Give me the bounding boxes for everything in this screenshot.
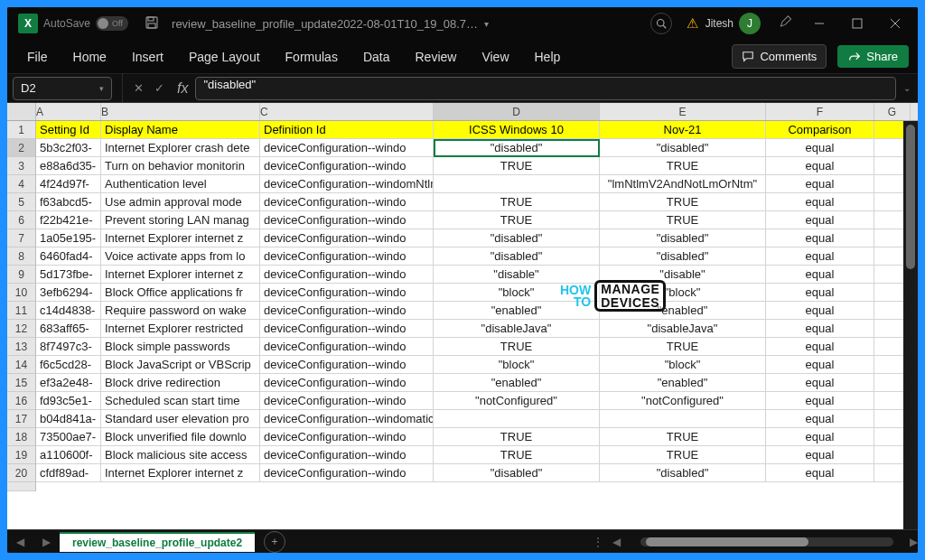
cell-B17[interactable]: Standard user elevation pro [101,410,260,428]
cell-C18[interactable]: deviceConfiguration--windo [260,428,434,446]
cell-E7[interactable]: "disabled" [600,229,766,247]
cell-B2[interactable]: Internet Explorer crash dete [101,139,260,157]
row-header[interactable]: 20 [7,464,36,482]
cell-C10[interactable]: deviceConfiguration--windo [260,284,434,302]
cell-D4[interactable] [434,175,600,193]
cell-E11[interactable]: "enabled" [600,302,766,320]
close-button[interactable] [876,7,914,40]
cell-E3[interactable]: TRUE [600,157,766,175]
cell-C9[interactable]: deviceConfiguration--windo [260,266,434,284]
cell-F5[interactable]: equal [766,193,874,211]
cell-B13[interactable]: Block simple passwords [101,338,260,356]
cell-A5[interactable]: f63abcd5- [36,193,101,211]
cell-A9[interactable]: 5d173fbe- [36,266,101,284]
cell-D3[interactable]: TRUE [434,157,600,175]
cell-D5[interactable]: TRUE [434,193,600,211]
hscroll-thumb[interactable] [646,537,808,546]
cell-A12[interactable]: 683aff65- [36,320,101,338]
row-header[interactable]: 17 [7,410,36,428]
cell-D14[interactable]: "block" [434,356,600,374]
row-header[interactable]: 9 [7,266,36,284]
cell-B3[interactable]: Turn on behavior monitorin [101,157,260,175]
cell-D7[interactable]: "disabled" [434,229,600,247]
cancel-icon[interactable]: ✕ [134,81,144,95]
cell-C16[interactable]: deviceConfiguration--windo [260,392,434,410]
tab-file[interactable]: File [16,44,59,70]
warning-icon[interactable]: ⚠ [687,15,698,32]
cell-A19[interactable]: a110600f- [36,446,101,464]
row-header[interactable]: 15 [7,374,36,392]
cell-C4[interactable]: deviceConfiguration--windomNtlmV2AndNotL… [260,175,434,193]
tab-formulas[interactable]: Formulas [275,44,349,70]
autosave-toggle[interactable]: AutoSave Off [43,16,128,31]
cell-D2[interactable]: "disabled" [434,139,600,157]
tab-home[interactable]: Home [62,44,117,70]
cell-E5[interactable]: TRUE [600,193,766,211]
maximize-button[interactable] [838,7,876,40]
tab-view[interactable]: View [471,44,519,70]
sheet-nav-prev-icon[interactable]: ◀ [7,536,33,548]
cell-A15[interactable]: ef3a2e48- [36,374,101,392]
row-header[interactable]: 1 [7,121,36,139]
cell-A14[interactable]: f6c5cd28- [36,356,101,374]
cell-F2[interactable]: equal [766,139,874,157]
row-header[interactable]: 13 [7,338,36,356]
cell-F19[interactable]: equal [766,446,874,464]
sheet-nav-next-icon[interactable]: ▶ [33,536,60,548]
cell-F3[interactable]: equal [766,157,874,175]
row-header[interactable]: 4 [7,175,36,193]
row-header[interactable]: 8 [7,247,36,266]
cell-F1[interactable]: Comparison [766,121,874,139]
cell-F6[interactable]: equal [766,211,874,229]
tab-page-layout[interactable]: Page Layout [178,44,271,70]
cell-C20[interactable]: deviceConfiguration--windo [260,464,434,482]
cell-A18[interactable]: 73500ae7- [36,428,101,446]
cell-D8[interactable]: "disabled" [434,247,600,266]
avatar[interactable]: J [739,13,761,34]
name-box[interactable]: D2 ▾ [13,77,112,100]
cell-C6[interactable]: deviceConfiguration--windo [260,211,434,229]
row-header[interactable]: 10 [7,284,36,302]
cell-F12[interactable]: equal [766,320,874,338]
cell-D12[interactable]: "disableJava" [434,320,600,338]
cell-E18[interactable]: TRUE [600,428,766,446]
cell-F18[interactable]: equal [766,428,874,446]
sheet-tab[interactable]: review_baseline_profile_update2 [60,532,255,552]
cell-B5[interactable]: Use admin approval mode [101,193,260,211]
cell-D15[interactable]: "enabled" [434,374,600,392]
cell-C8[interactable]: deviceConfiguration--windo [260,247,434,266]
cell-E1[interactable]: Nov-21 [600,121,766,139]
cell-C7[interactable]: deviceConfiguration--windo [260,229,434,247]
cell-E19[interactable]: TRUE [600,446,766,464]
cell-A6[interactable]: f22b421e- [36,211,101,229]
row-header[interactable]: 5 [7,193,36,211]
cell-E6[interactable]: TRUE [600,211,766,229]
tab-data[interactable]: Data [352,44,401,70]
cell-B20[interactable]: Internet Explorer internet z [101,464,260,482]
share-button[interactable]: Share [837,45,909,68]
cell-D17[interactable] [434,410,600,428]
save-icon[interactable] [145,15,159,33]
cell-D11[interactable]: "enabled" [434,302,600,320]
col-header-A[interactable]: A [36,103,101,120]
cell-D16[interactable]: "notConfigured" [434,392,600,410]
cell-B6[interactable]: Prevent storing LAN manag [101,211,260,229]
cell-F13[interactable]: equal [766,338,874,356]
cell-C12[interactable]: deviceConfiguration--windo [260,320,434,338]
cell-A4[interactable]: 4f24d97f- [36,175,101,193]
cell-B15[interactable]: Block drive redirection [101,374,260,392]
cell-D19[interactable]: TRUE [434,446,600,464]
col-header-F[interactable]: F [766,103,874,120]
cell-D10[interactable]: "block" [434,284,600,302]
cell-C5[interactable]: deviceConfiguration--windo [260,193,434,211]
cell-D13[interactable]: TRUE [434,338,600,356]
cell-E4[interactable]: "lmNtlmV2AndNotLmOrNtm" [600,175,766,193]
vscroll-thumb[interactable] [906,125,915,269]
cell-E16[interactable]: "notConfigured" [600,392,766,410]
hscroll-right-icon[interactable]: ▶ [910,536,918,548]
cell-E10[interactable]: "block" [600,284,766,302]
select-all-corner[interactable] [7,103,36,120]
col-header-B[interactable]: B [101,103,260,120]
cell-B12[interactable]: Internet Explorer restricted [101,320,260,338]
row-header[interactable]: 16 [7,392,36,410]
